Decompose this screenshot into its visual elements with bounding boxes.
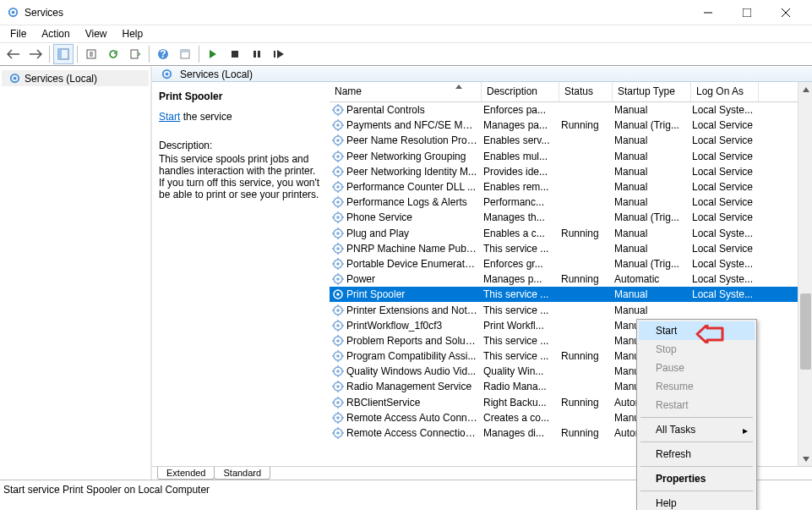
cell-description: This service ... [483,243,561,255]
context-all-tasks-label: All Tasks [656,424,695,436]
menu-file[interactable]: File [3,26,33,41]
table-row[interactable]: PowerManages p...RunningAutomaticLocal S… [330,271,812,287]
cell-name: Quality Windows Audio Vid... [346,365,483,377]
svg-point-133 [336,401,340,404]
gear-icon [331,211,345,224]
svg-point-77 [336,247,340,250]
cell-description: Manages di... [483,427,561,439]
gear-icon [331,334,345,348]
gear-icon [331,319,345,332]
cell-description: Enables rem... [483,181,561,193]
start-link[interactable]: Start [159,111,180,123]
table-row[interactable]: Print SpoolerThis service ...ManualLocal… [330,287,812,302]
column-name[interactable]: Name [330,82,482,101]
chevron-right-icon: ▸ [743,425,748,436]
cell-logon: Local Syste... [692,288,761,300]
gear-icon [331,365,345,378]
cell-name: Power [346,273,483,285]
help-button[interactable]: ? [153,44,173,64]
scroll-thumb[interactable] [800,293,811,370]
pause-service-button[interactable] [247,44,267,64]
minimize-button[interactable] [689,0,728,25]
table-row[interactable]: Peer Networking GroupingEnables mul...Ma… [330,149,812,164]
svg-point-89 [336,277,340,281]
context-menu: Start Stop Pause Resume Restart All Task… [636,319,757,510]
cell-description: Manages th... [483,211,561,223]
content-header-title: Services (Local) [180,69,253,80]
menu-action[interactable]: Action [35,26,76,41]
scroll-up-icon[interactable] [798,82,812,96]
context-separator [640,417,753,418]
context-all-tasks[interactable]: All Tasks ▸ [639,420,755,439]
properties-button[interactable] [175,44,195,64]
table-row[interactable]: Peer Networking Identity M...Provides id… [330,164,812,179]
gear-icon [331,118,345,132]
forward-button[interactable] [25,44,46,64]
svg-point-83 [336,262,340,266]
export-button[interactable] [81,44,101,64]
status-text: Start service Print Spooler on Local Com… [3,484,210,496]
title-bar: Services [0,0,812,25]
show-hide-tree-button[interactable] [53,44,74,64]
table-row[interactable]: Performance Counter DLL ...Enables rem..… [330,179,812,195]
gear-icon [331,396,345,409]
export-list-button[interactable] [125,44,145,64]
maximize-button[interactable] [728,0,766,25]
column-status[interactable]: Status [559,82,613,101]
start-service-button[interactable] [203,44,223,64]
table-row[interactable]: Parental ControlsEnforces pa...ManualLoc… [330,102,812,118]
cell-description: Enables serv... [483,134,561,146]
table-row[interactable]: Performance Logs & AlertsPerformanc...Ma… [330,195,812,210]
table-row[interactable]: Payments and NFC/SE Man...Manages pa...R… [330,118,812,133]
table-row[interactable]: Portable Device Enumerator...Enforces gr… [330,256,812,271]
context-help[interactable]: Help [639,494,755,510]
selected-service-name: Print Spooler [159,90,323,102]
table-row[interactable]: PNRP Machine Name Publi...This service .… [330,241,812,256]
cell-startup: Manual (Trig... [614,211,692,223]
tab-standard[interactable]: Standard [214,467,270,480]
column-description[interactable]: Description [482,82,559,101]
cell-name: Peer Networking Identity M... [346,166,483,178]
cell-name: Performance Counter DLL ... [346,181,483,193]
vertical-scrollbar[interactable] [798,82,812,466]
context-properties[interactable]: Properties [639,469,755,488]
refresh-button[interactable] [103,44,123,64]
tab-extended[interactable]: Extended [157,467,215,480]
restart-service-button[interactable] [269,44,289,64]
cell-startup: Manual [614,181,692,193]
cell-logon: Local Service [692,181,761,193]
cell-logon: Local Syste... [692,228,761,239]
scroll-down-icon[interactable] [798,452,812,466]
svg-rect-16 [258,51,260,58]
back-button[interactable] [3,44,24,64]
stop-service-button[interactable] [225,44,245,64]
context-pause: Pause [639,359,755,377]
cell-name: Program Compatibility Assi... [346,350,483,362]
column-startup-type[interactable]: Startup Type [613,82,691,101]
svg-point-97 [336,309,340,312]
svg-point-1 [12,11,15,14]
column-log-on-as[interactable]: Log On As [691,82,759,101]
table-row[interactable]: Peer Name Resolution Prot...Enables serv… [330,133,812,148]
context-start[interactable]: Start [639,321,755,340]
table-row[interactable]: Plug and PlayEnables a c...RunningManual… [330,226,812,241]
table-row[interactable]: Printer Extensions and Notif...This serv… [330,302,812,317]
svg-rect-14 [232,51,238,58]
context-refresh[interactable]: Refresh [639,445,755,463]
cell-startup: Manual [614,304,692,316]
table-row[interactable]: Phone ServiceManages th...Manual (Trig..… [330,210,812,225]
cell-name: Problem Reports and Soluti... [346,335,483,347]
close-button[interactable] [766,0,805,25]
tree-root-label: Services (Local) [25,73,97,85]
gear-icon [161,68,173,80]
menu-view[interactable]: View [79,26,114,41]
gear-icon [331,150,345,163]
svg-point-65 [336,217,340,220]
window-title: Services [25,7,689,19]
menu-help[interactable]: Help [116,26,150,41]
cell-startup: Manual [614,243,692,255]
cell-status: Running [561,427,614,439]
cell-description: Creates a co... [483,412,561,424]
cell-description: This service ... [483,288,561,300]
tree-root-item[interactable]: Services (Local) [2,70,149,86]
